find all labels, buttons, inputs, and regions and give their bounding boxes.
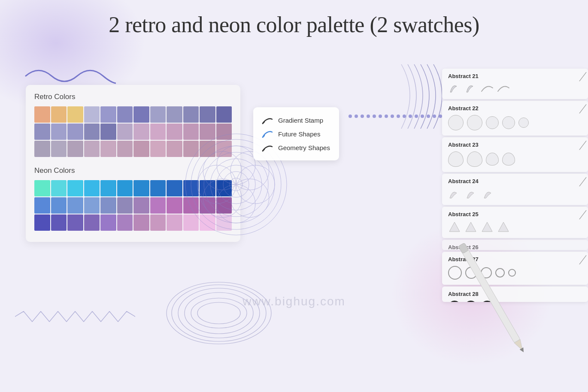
color-cell bbox=[133, 197, 149, 214]
svg-marker-18 bbox=[482, 222, 492, 232]
card-corner-mark-25: ╱ bbox=[580, 210, 585, 220]
gradient-stamp-label: Gradient Stamp bbox=[278, 117, 323, 124]
color-cell bbox=[67, 106, 83, 123]
color-cell bbox=[167, 214, 182, 231]
color-cell bbox=[51, 197, 67, 214]
color-cell bbox=[133, 141, 149, 157]
color-cell bbox=[150, 197, 166, 214]
svg-marker-19 bbox=[498, 222, 509, 232]
color-cell bbox=[167, 106, 182, 123]
card-corner-mark-24: ╱ bbox=[580, 177, 585, 187]
oval-shape-1 bbox=[448, 115, 464, 130]
svg-point-20 bbox=[197, 302, 240, 324]
svg-rect-26 bbox=[458, 243, 520, 343]
color-cell bbox=[34, 141, 50, 157]
color-cell bbox=[133, 106, 149, 123]
color-cell bbox=[84, 141, 100, 157]
color-cell bbox=[34, 124, 50, 140]
color-cell bbox=[150, 106, 166, 123]
svg-point-25 bbox=[167, 282, 271, 344]
brush-item-geometry: Geometry Shapes bbox=[262, 141, 330, 154]
color-cell bbox=[100, 197, 116, 214]
abstract-23-title: Abstract 23 bbox=[448, 142, 582, 148]
color-cell bbox=[133, 214, 149, 231]
wave-top-decoration bbox=[21, 66, 116, 87]
color-cell bbox=[150, 124, 166, 140]
dot-1 bbox=[349, 115, 352, 118]
color-cell bbox=[133, 180, 149, 196]
color-cell bbox=[150, 141, 166, 157]
oval-decoration bbox=[163, 279, 275, 349]
watermark: www.bighug.com bbox=[242, 295, 346, 308]
filled-circle-1 bbox=[448, 301, 461, 302]
abstract-21-card: Abstract 21 ╱ bbox=[442, 69, 588, 99]
color-cell bbox=[34, 180, 50, 196]
color-cell bbox=[67, 180, 83, 196]
color-cell bbox=[167, 180, 182, 196]
future-shapes-label: Future Shapes bbox=[278, 130, 320, 138]
color-cell bbox=[51, 106, 67, 123]
abstract-24-card: Abstract 24 ╱ bbox=[442, 174, 588, 205]
color-cell bbox=[51, 141, 67, 157]
svg-point-24 bbox=[172, 285, 266, 341]
card-corner-mark: ╱ bbox=[580, 72, 585, 81]
color-cell bbox=[34, 197, 50, 214]
abstract-25-shapes bbox=[448, 221, 582, 233]
geometry-shapes-icon bbox=[262, 143, 273, 152]
gradient-stamp-icon bbox=[262, 116, 273, 124]
oval-shape-2 bbox=[467, 115, 482, 130]
color-cell bbox=[100, 124, 116, 140]
retro-palette-label: Retro Colors bbox=[34, 93, 232, 101]
color-cell bbox=[200, 106, 215, 123]
oval-shape-b bbox=[467, 151, 482, 167]
oval-shape-a bbox=[448, 151, 464, 167]
color-cell bbox=[67, 124, 83, 140]
future-shapes-icon bbox=[262, 130, 273, 138]
oval-shape-4 bbox=[502, 116, 515, 129]
oval-shape-d bbox=[502, 153, 515, 166]
oval-shape-5 bbox=[518, 118, 529, 128]
color-cell bbox=[183, 106, 199, 123]
color-cell bbox=[117, 124, 133, 140]
color-cell bbox=[167, 141, 182, 157]
svg-marker-17 bbox=[466, 222, 476, 232]
color-cell bbox=[84, 106, 100, 123]
color-cell bbox=[216, 106, 232, 123]
oval-shape-c bbox=[486, 153, 499, 166]
brush-panel: Gradient Stamp Future Shapes Geometry Sh… bbox=[253, 107, 339, 160]
color-cell bbox=[51, 180, 67, 196]
color-cell bbox=[117, 214, 133, 231]
color-cell bbox=[67, 141, 83, 157]
color-cell bbox=[100, 141, 116, 157]
color-cell bbox=[34, 214, 50, 231]
color-cell bbox=[51, 124, 67, 140]
color-cell bbox=[150, 214, 166, 231]
color-cell bbox=[100, 106, 116, 123]
abstract-22-card: Abstract 22 ╱ bbox=[442, 101, 588, 136]
color-cell bbox=[84, 214, 100, 231]
color-cell bbox=[167, 124, 182, 140]
wave-bottom-decoration bbox=[15, 309, 135, 326]
color-cell bbox=[100, 180, 116, 196]
pencil-decoration bbox=[468, 232, 519, 371]
color-cell bbox=[133, 124, 149, 140]
color-cell bbox=[84, 197, 100, 214]
color-cell bbox=[51, 214, 67, 231]
color-cell bbox=[117, 197, 133, 214]
color-cell bbox=[67, 197, 83, 214]
color-cell bbox=[167, 197, 182, 214]
abstract-23-card: Abstract 23 ╱ bbox=[442, 137, 588, 172]
arc-decoration bbox=[356, 60, 442, 139]
color-cell bbox=[117, 180, 133, 196]
card-corner-mark-22: ╱ bbox=[580, 104, 585, 114]
card-corner-mark-27: ╱ bbox=[580, 255, 585, 265]
svg-marker-16 bbox=[449, 222, 460, 232]
geometry-shapes-label: Geometry Shapes bbox=[278, 144, 330, 151]
color-cell bbox=[100, 214, 116, 231]
color-cell bbox=[34, 106, 50, 123]
page-title: 2 retro and neon color palette (2 swatch… bbox=[0, 12, 588, 37]
card-corner-mark-23: ╱ bbox=[580, 141, 585, 150]
abstract-22-title: Abstract 22 bbox=[448, 105, 582, 112]
abstract-25-title: Abstract 25 bbox=[448, 211, 582, 217]
abstract-21-title: Abstract 21 bbox=[448, 73, 582, 79]
